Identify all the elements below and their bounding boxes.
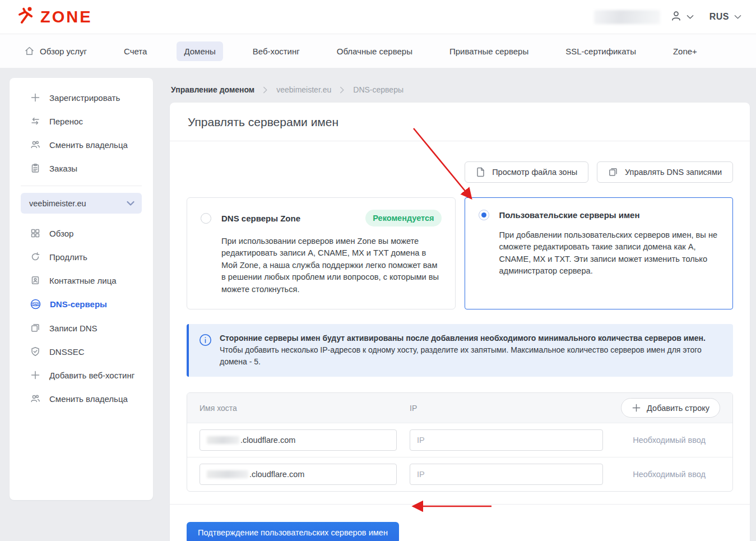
logo-wordmark: zone (40, 9, 92, 25)
nameservers-table: Имя хоста IP Добавить строку .cloudf (187, 392, 733, 492)
table-header: Имя хоста IP Добавить строку (187, 393, 732, 423)
info-banner: Сторонние серверы имен будут активирован… (187, 324, 733, 377)
sidebar-item-change-owner[interactable]: Сменить владельца (10, 133, 153, 156)
nav-tab-invoices[interactable]: Счета (117, 41, 154, 61)
option-description: При использовании серверов имен Zone вы … (221, 235, 442, 295)
sidebar-item-add-webhosting[interactable]: Добавить веб-хостинг (10, 363, 153, 387)
sidebar-item-transfer[interactable]: Перенос (10, 109, 153, 133)
user-name-redacted (594, 10, 660, 24)
nav-tab-cloud-servers[interactable]: Облачные серверы (330, 41, 420, 61)
nav-tab-webhosting[interactable]: Веб-хостинг (245, 41, 307, 61)
chevron-down-icon (127, 199, 134, 208)
ip-column-header: IP (410, 404, 603, 413)
language-label: RUS (709, 12, 729, 22)
main-nav: Обзор услуг Счета Домены Веб-хостинг Обл… (0, 34, 756, 68)
sidebar-divider (21, 186, 142, 186)
shield-check-icon (30, 346, 40, 357)
required-input-hint: Необходимый ввод (633, 470, 720, 479)
host-prefix-redacted (207, 436, 239, 444)
language-selector[interactable]: RUS (709, 12, 741, 22)
clipboard-icon (30, 163, 40, 173)
option-custom-nameservers[interactable]: Пользовательские серверы имен При добавл… (465, 197, 734, 309)
info-icon (199, 334, 212, 368)
confirm-custom-nameservers-button[interactable]: Подтверждение пользовательских серверов … (187, 522, 399, 541)
table-row: .cloudflare.com Необходимый ввод (187, 423, 732, 457)
nav-tab-ssl[interactable]: SSL-сертификаты (558, 41, 643, 61)
contact-card-icon (30, 275, 40, 285)
zone-logo[interactable]: zone (17, 6, 92, 27)
file-icon (476, 167, 485, 177)
domain-select[interactable]: veebimeister.eu (21, 193, 142, 214)
nav-tab-private-servers[interactable]: Приватные серверы (442, 41, 536, 61)
add-row-button[interactable]: Добавить строку (621, 398, 720, 418)
plus-icon (30, 93, 40, 103)
home-icon (24, 46, 35, 56)
chevron-right-icon (263, 86, 268, 94)
domain-sidebar: Зарегистрировать Перенос Сменить владель… (10, 78, 153, 500)
radio-custom-nameservers[interactable] (479, 210, 489, 220)
sidebar-item-dnssec[interactable]: DNSSEC (10, 340, 153, 363)
sidebar-item-register[interactable]: Зарегистрировать (10, 86, 153, 109)
view-zone-file-button[interactable]: Просмотр файла зоны (465, 161, 588, 183)
app-header: zone RUS (0, 0, 756, 34)
sidebar-item-orders[interactable]: Заказы (10, 156, 153, 180)
host-input-2[interactable]: .cloudflare.com (200, 464, 397, 485)
manage-dns-records-button[interactable]: Управлять DNS записями (597, 161, 733, 183)
users-icon (30, 140, 40, 150)
info-banner-text-line: Чтобы добавить несколько IP-адресов к од… (220, 344, 721, 368)
nameservers-card: Управлять серверами имен Просмотр файла … (170, 103, 750, 541)
nav-tab-domains[interactable]: Домены (177, 41, 222, 61)
transfer-icon (30, 116, 40, 126)
plus-icon (30, 370, 40, 380)
sidebar-item-dns-servers[interactable]: DNS DNS-серверы (10, 292, 153, 316)
plus-icon (632, 403, 641, 413)
sidebar-item-renew[interactable]: Продлить (10, 245, 153, 269)
chevron-right-icon (340, 86, 345, 94)
person-icon (670, 10, 682, 24)
required-input-hint: Необходимый ввод (633, 436, 720, 445)
dns-globe-icon: DNS (30, 299, 41, 309)
table-row: .cloudflare.com Необходимый ввод (187, 457, 732, 491)
sidebar-item-change-owner-2[interactable]: Сменить владельца (10, 387, 153, 410)
breadcrumb-domain-management[interactable]: Управление доменом (171, 85, 254, 94)
breadcrumb-domain[interactable]: veebimeister.eu (276, 85, 331, 94)
chevron-down-icon (687, 12, 694, 22)
option-description: При добавлении пользовательских серверов… (499, 229, 720, 278)
user-menu[interactable] (670, 10, 694, 24)
users-icon (30, 394, 40, 404)
host-input-1[interactable]: .cloudflare.com (200, 429, 397, 451)
sidebar-item-dns-records[interactable]: Записи DNS (10, 316, 153, 340)
host-column-header: Имя хоста (200, 404, 410, 413)
option-title: Пользовательские серверы имен (499, 210, 720, 220)
pages-icon (608, 167, 618, 177)
chevron-down-icon (734, 12, 741, 22)
ip-input-2[interactable] (410, 464, 603, 485)
sidebar-item-overview[interactable]: Обзор (10, 221, 153, 245)
recommended-badge: Рекомендуется (365, 210, 441, 226)
radio-zone-nameservers[interactable] (201, 213, 211, 224)
grid-icon (30, 228, 40, 238)
page-title: Управлять серверами имен (170, 103, 750, 141)
ip-input-1[interactable] (410, 429, 603, 451)
nav-tab-zone-plus[interactable]: Zone+ (666, 41, 704, 61)
info-banner-bold-line: Сторонние серверы имен будут активирован… (220, 332, 721, 344)
option-title: DNS серверы Zone (221, 214, 355, 223)
breadcrumb: Управление доменом veebimeister.eu DNS-с… (170, 78, 750, 103)
running-man-icon (17, 6, 36, 27)
option-zone-nameservers[interactable]: DNS серверы Zone Рекомендуется При испол… (187, 197, 456, 309)
nav-tab-services-overview[interactable]: Обзор услуг (17, 41, 94, 61)
renew-icon (30, 252, 40, 262)
svg-text:DNS: DNS (33, 303, 39, 306)
sidebar-item-contacts[interactable]: Контактные лица (10, 269, 153, 292)
host-prefix-redacted (207, 470, 248, 478)
pages-icon (30, 323, 40, 333)
breadcrumb-dns-servers: DNS-серверы (353, 85, 403, 94)
